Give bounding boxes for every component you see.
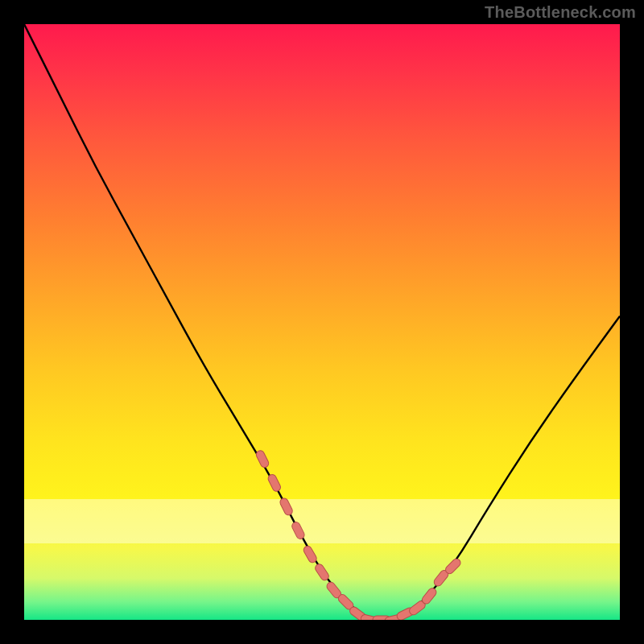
marker-lozenge (266, 473, 282, 493)
watermark-text: TheBottleneck.com (485, 3, 636, 22)
marker-lozenge (302, 545, 318, 564)
marker-lozenge (291, 521, 306, 540)
marker-group (255, 449, 463, 620)
marker-lozenge (279, 497, 294, 516)
chart-frame: TheBottleneck.com (0, 0, 644, 644)
marker-lozenge (420, 587, 438, 605)
marker-lozenge (314, 563, 331, 582)
marker-lozenge (255, 449, 270, 469)
marker-layer (24, 24, 620, 620)
marker-lozenge (444, 557, 462, 576)
